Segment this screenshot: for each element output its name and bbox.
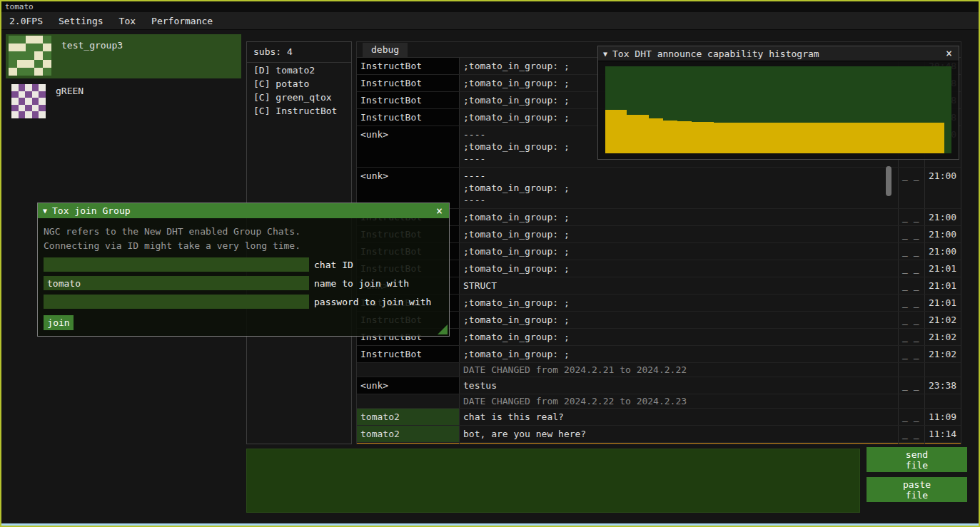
message-author [357,394,460,408]
window-title: Tox join Group [52,205,131,216]
message-author: InstructBot [357,75,460,91]
histogram-bar [800,123,807,153]
member-list-item[interactable]: [C] potato [247,76,351,90]
message-status: _ _ [899,260,925,277]
message-status: _ _ [899,312,925,328]
message-status: _ _ [899,346,925,362]
message-text: ;tomato_in_group: ; [460,295,899,311]
menu-item-performance[interactable]: Performance [143,14,221,29]
message-author: InstructBot [357,443,460,444]
group-list-item[interactable]: test_group3 [6,34,241,78]
message-author: InstructBot [357,92,460,108]
histogram-bar [642,115,649,153]
message-time: 21:00 [925,168,961,208]
message-status: _ _ [899,377,925,394]
message-text: ;tomato_in_group: ; [460,243,899,260]
message-time [925,363,961,377]
chat-message-row: InstructBot No, I've been in this group … [357,443,961,444]
join-desc-line-2: Connecting via ID might take a very long… [44,239,443,253]
message-time: 21:00 [925,243,961,260]
paste-file-button[interactable]: paste file [867,477,967,502]
group-avatar [9,36,51,76]
message-status: _ _ [899,277,925,294]
chat-scrollbar[interactable] [886,166,891,196]
app-window: tomato 2.0FPS Settings Tox Performance t… [0,0,980,527]
histogram-bar [786,123,793,153]
message-status: d [899,443,925,444]
histogram-bar [605,110,612,153]
histogram-bar [649,118,656,153]
histogram-bar [656,118,663,153]
histogram-bar [749,123,757,153]
histogram-bar [872,123,879,153]
histogram-bar [793,123,800,153]
message-status: _ _ [899,209,925,225]
member-list-item[interactable]: [C] InstructBot [247,103,351,117]
chat-message-row: tomato2 bot, are you new here? _ _ 11:14 [357,426,961,443]
chat-id-input[interactable] [44,257,309,272]
histogram-bar [699,122,706,153]
send-file-button[interactable]: send file [867,447,967,472]
message-text: STRUCT [460,277,899,294]
window-close-icon[interactable]: × [944,48,954,58]
join-window-body: NGC refers to the New DHT enabled Group … [38,218,449,336]
message-time: 21:02 [925,312,961,328]
window-collapse-icon[interactable]: ▼ [603,50,607,58]
join-button[interactable]: join [44,315,74,330]
join-group-window: ▼ Tox join Group × NGC refers to the New… [37,203,450,337]
histogram-bar [612,110,620,153]
window-collapse-icon[interactable]: ▼ [43,207,47,215]
histogram-bar [627,115,634,153]
message-text: ;tomato_in_group: ; [460,209,899,225]
histogram-bar [930,123,937,153]
member-list-item[interactable]: [D] tomato2 [247,63,351,76]
message-time: 11:14 [925,426,961,442]
group-list-item[interactable]: gREEN [6,80,241,124]
histogram-bar [814,123,822,153]
histogram-bar [851,123,858,153]
join-desc-line-1: NGC refers to the New DHT enabled Group … [44,225,443,239]
join-password-input[interactable] [44,295,309,309]
tab-debug[interactable]: debug [363,43,408,57]
histogram-bar [757,123,764,153]
message-time: 21:01 [925,295,961,311]
message-text: ;tomato_in_group: ; [460,260,899,277]
message-text: DATE CHANGED from 2024.2.21 to 2024.2.22 [460,363,899,377]
members-header: subs: 4 [247,42,351,63]
window-close-icon[interactable]: × [435,206,444,216]
menubar: 2.0FPS Settings Tox Performance [1,12,979,30]
resize-grip-icon[interactable] [438,324,448,334]
menu-item-settings[interactable]: Settings [51,14,111,29]
join-name-input[interactable] [44,276,309,290]
member-list-item[interactable]: [C] green_qtox [247,90,351,103]
message-input[interactable] [246,449,860,513]
histogram-bar [772,123,779,153]
message-status: _ _ [899,226,925,242]
message-text: ;tomato_in_group: ; [460,329,899,345]
message-text: ;tomato_in_group: ; [460,312,899,328]
menu-item-tox[interactable]: Tox [111,14,143,29]
chat-message-row: DATE CHANGED from 2024.2.21 to 2024.2.22 [357,363,961,377]
message-author: <unk> [357,377,460,394]
message-text: ;tomato_in_group: ; [460,226,899,242]
histogram-bar [677,121,685,153]
app-title: tomato [5,2,34,11]
message-author: InstructBot [357,109,460,126]
histogram-bar [728,123,735,153]
window-bottom-edge [1,523,979,526]
chat-message-row: DATE CHANGED from 2024.2.22 to 2024.2.23 [357,394,961,409]
message-status: _ _ [899,426,925,442]
histogram-bar [858,123,865,153]
histogram-window-titlebar[interactable]: ▼ Tox DHT announce capability histogram … [598,46,959,61]
histogram-bar [916,123,923,153]
message-time: 21:00 [925,226,961,242]
message-text: ;tomato_in_group: ; [460,346,899,362]
message-time: 21:02 [925,346,961,362]
message-status: _ _ [899,168,925,208]
message-author: tomato2 [357,409,460,425]
message-text: testus [460,377,899,394]
histogram-bar [634,115,641,153]
histogram-bar [837,123,844,153]
message-text: chat is this real? [460,409,899,425]
join-window-titlebar[interactable]: ▼ Tox join Group × [38,203,449,218]
